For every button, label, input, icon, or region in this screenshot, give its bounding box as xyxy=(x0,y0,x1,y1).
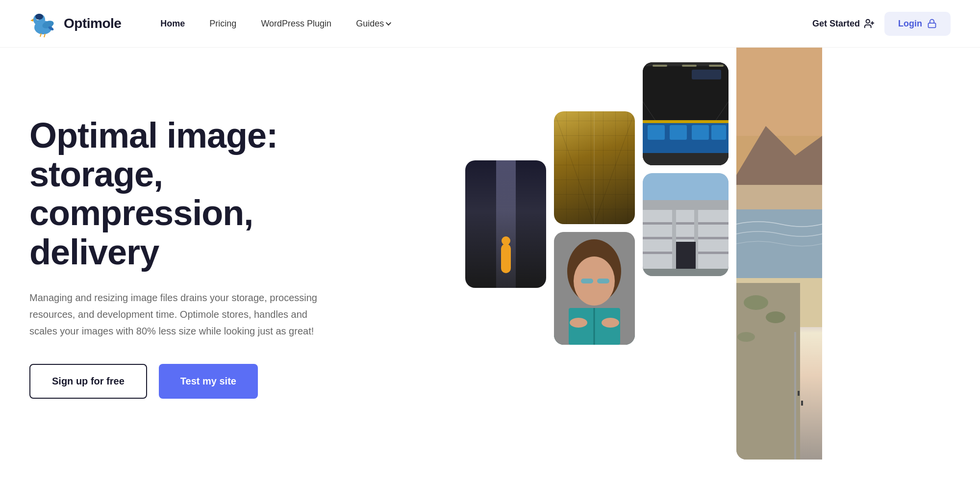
header-right: Get Started Login xyxy=(812,12,951,36)
logo-text: Optimole xyxy=(64,16,121,31)
svg-point-10 xyxy=(866,20,870,23)
hero-description: Managing and resizing image files drains… xyxy=(29,289,333,339)
logo[interactable]: Optimole xyxy=(29,9,121,38)
svg-rect-55 xyxy=(736,209,822,283)
photo-coastal xyxy=(736,48,822,460)
subway-svg xyxy=(643,62,729,165)
building-perspective-svg xyxy=(554,111,635,224)
hero-image-collage xyxy=(465,48,980,469)
architecture-svg xyxy=(643,173,729,276)
svg-rect-38 xyxy=(643,120,729,123)
photo-portrait xyxy=(554,232,635,345)
svg-line-15 xyxy=(594,111,635,224)
svg-point-24 xyxy=(570,318,587,328)
svg-rect-40 xyxy=(692,70,721,79)
hero-buttons: Sign up for free Test my site xyxy=(29,364,363,399)
svg-line-14 xyxy=(554,111,594,224)
nav-wordpress-plugin[interactable]: WordPress Plugin xyxy=(261,19,331,29)
svg-point-61 xyxy=(737,332,755,342)
get-started-button[interactable]: Get Started xyxy=(812,18,875,29)
svg-marker-58 xyxy=(736,283,800,460)
image-column-4 xyxy=(736,48,822,460)
svg-line-9 xyxy=(44,34,45,37)
svg-rect-43 xyxy=(643,200,729,210)
lock-icon xyxy=(927,19,937,28)
svg-rect-63 xyxy=(798,391,800,396)
coastal-svg xyxy=(736,48,822,460)
svg-rect-45 xyxy=(643,237,729,239)
svg-marker-2 xyxy=(30,19,33,22)
photo-subway xyxy=(643,62,729,165)
person-figure-decoration xyxy=(501,244,511,273)
nav-home[interactable]: Home xyxy=(160,19,185,29)
svg-rect-28 xyxy=(653,65,667,67)
hero-title: Optimal image: storage, compression, del… xyxy=(29,116,363,272)
main-nav: Home Pricing WordPress Plugin Guides xyxy=(160,19,390,29)
svg-rect-30 xyxy=(709,65,724,67)
logo-icon xyxy=(29,9,59,38)
svg-point-59 xyxy=(744,295,768,310)
svg-rect-21 xyxy=(597,279,609,283)
svg-point-60 xyxy=(766,311,785,323)
image-column-2 xyxy=(554,111,635,345)
svg-rect-29 xyxy=(682,65,697,67)
svg-rect-13 xyxy=(929,23,936,27)
signup-button[interactable]: Sign up for free xyxy=(29,364,147,399)
test-my-site-button[interactable]: Test my site xyxy=(159,364,258,399)
chevron-down-icon xyxy=(386,20,391,26)
svg-rect-35 xyxy=(670,125,687,140)
svg-rect-47 xyxy=(672,210,676,276)
image-column-1 xyxy=(465,160,546,288)
nav-guides[interactable]: Guides xyxy=(356,19,390,29)
nav-pricing[interactable]: Pricing xyxy=(209,19,236,29)
svg-rect-50 xyxy=(643,269,729,276)
hero-section: Optimal image: storage, compression, del… xyxy=(0,48,980,469)
nav-left: Optimole Home Pricing WordPress Plugin G… xyxy=(29,9,390,38)
photo-dark-person xyxy=(465,160,546,288)
header: Optimole Home Pricing WordPress Plugin G… xyxy=(0,0,980,48)
svg-rect-64 xyxy=(801,401,803,406)
hero-content: Optimal image: storage, compression, del… xyxy=(29,87,363,399)
svg-rect-44 xyxy=(643,222,729,225)
svg-rect-20 xyxy=(581,279,593,283)
portrait-svg xyxy=(554,232,635,345)
svg-rect-37 xyxy=(711,125,726,140)
svg-point-6 xyxy=(35,14,43,20)
login-button[interactable]: Login xyxy=(884,12,951,36)
svg-point-25 xyxy=(602,318,619,328)
svg-rect-39 xyxy=(643,153,729,165)
photo-building xyxy=(554,111,635,224)
svg-rect-34 xyxy=(648,125,665,140)
user-plus-icon xyxy=(864,18,875,29)
image-column-3 xyxy=(643,62,729,276)
photo-architecture xyxy=(643,173,729,276)
svg-rect-62 xyxy=(794,332,796,460)
svg-rect-36 xyxy=(692,125,709,140)
